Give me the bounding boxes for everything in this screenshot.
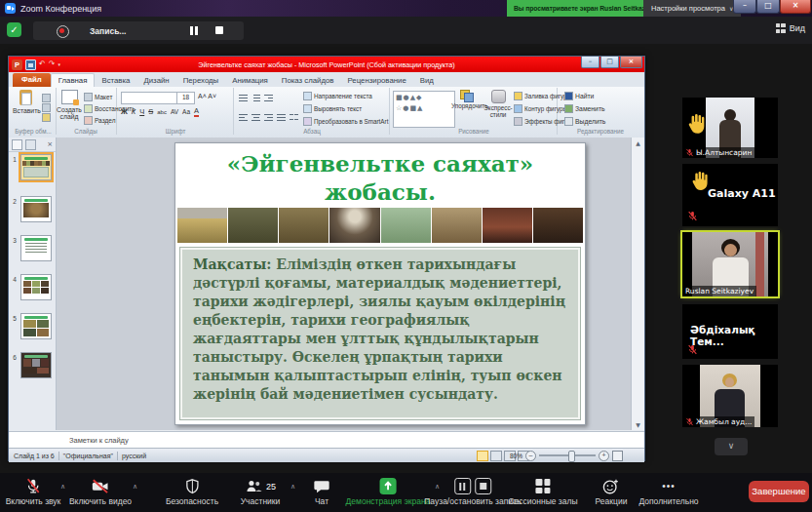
scroll-down-icon[interactable]: ▼ [636,421,640,428]
notes-pane[interactable]: Заметки к слайду [9,431,644,448]
font-name-combobox[interactable] [121,92,177,104]
qat-dropdown-icon[interactable]: ▾ [58,59,60,69]
pause-recording-icon[interactable] [189,26,199,35]
layout-button[interactable]: Макет [84,93,112,101]
find-button[interactable]: Найти [564,92,594,100]
security-button[interactable]: Безопасность [166,477,218,506]
tab-transitions[interactable]: Переходы [176,74,226,87]
pause-stop-recording-button[interactable]: Пауза/остановить запись [424,477,522,506]
participants-options-chevron[interactable]: ∧ [290,483,295,491]
save-icon[interactable] [25,59,36,70]
quick-styles-button[interactable]: Экспресс-стили [483,90,514,118]
select-button[interactable]: Выделить [564,117,605,126]
cut-icon[interactable] [42,94,51,102]
ppt-close-button[interactable]: × [620,57,642,68]
audio-options-chevron[interactable]: ∧ [60,483,65,491]
zoom-slider[interactable] [539,454,596,456]
bold-button[interactable]: Ж [121,107,128,117]
minimize-button[interactable]: – [733,0,756,14]
columns-icon [290,113,298,121]
tab-file[interactable]: Файл [13,73,51,87]
replace-button[interactable]: Заменить [564,104,605,113]
tab-home[interactable]: Главная [51,73,96,87]
ppt-minimize-button[interactable]: – [581,57,599,68]
view-settings-button[interactable]: Настройки просмотра ∨ [643,0,741,17]
video-options-chevron[interactable]: ∧ [133,483,137,491]
participant-tile-2[interactable]: Galaxy A11 [682,164,778,226]
unmute-button[interactable]: Включить звук [6,477,61,506]
participant-tile-1[interactable]: Ы.Алтынсарин [682,98,778,158]
normal-view-icon[interactable] [477,451,488,461]
stop-recording-icon[interactable] [215,26,223,34]
encryption-shield-icon[interactable]: ✓ [7,22,21,37]
align-center-icon [251,113,260,121]
list-buttons[interactable] [239,94,273,101]
align-text-button[interactable]: Выровнять текст [303,104,362,113]
grow-shrink-font[interactable]: A˄ A˅ [198,93,216,99]
participant-tile-3-active-speaker[interactable]: Ruslan Seitkaziyev [682,232,778,296]
alignment-buttons[interactable] [239,113,298,121]
change-case-button[interactable]: Aa [182,107,190,117]
slide-sorter-icon[interactable] [490,451,502,461]
redo-icon[interactable]: ↷ [49,59,56,69]
participant-tile-5[interactable]: Жамбыл ауд... [682,365,778,427]
zoom-in-icon[interactable]: + [599,451,609,461]
section-button[interactable]: Раздел [84,116,115,125]
tab-view[interactable]: Вид [413,74,441,87]
slide-canvas[interactable]: «Эйгенвельтке саяхат» жобасы. [174,142,586,425]
share-screen-button[interactable]: Демонстрация экрана [346,477,431,506]
tab-slideshow[interactable]: Показ слайдов [275,74,341,87]
text-direction-button[interactable]: Направление текста [303,92,372,100]
language-indicator[interactable]: русский [122,453,146,459]
outline-tab-icon[interactable] [25,139,36,150]
italic-button[interactable]: К [132,107,135,117]
fit-to-window-icon[interactable] [612,451,623,461]
format-painter-icon[interactable] [42,113,51,122]
pause-icon[interactable] [454,478,471,494]
group-drawing: ■●▲◆ ☆●■▲ Упорядочить Экспресс-стили Зал… [391,88,558,135]
participants-button[interactable]: 25 Участники [241,477,281,506]
copy-icon[interactable] [42,103,51,112]
char-spacing-button[interactable]: AV [171,107,178,117]
slide-thumbnail-2[interactable]: 2 [9,196,56,222]
chat-button[interactable]: Чат [313,477,330,506]
stop-icon[interactable] [475,478,491,494]
slide-thumbnail-1[interactable]: 1 [9,154,56,180]
zoom-out-icon[interactable]: – [525,451,536,461]
panel-close-icon[interactable]: × [47,140,53,148]
participant-tile-4[interactable]: Әбдіхалық Тем... [682,304,778,359]
view-button[interactable]: Вид [776,23,805,33]
slides-tab-icon[interactable] [12,139,22,150]
shapes-gallery[interactable]: ■●▲◆ ☆●■▲ [393,91,455,128]
close-button[interactable]: × [780,0,811,14]
tab-review[interactable]: Рецензирование [341,74,413,87]
strikethrough-button[interactable]: S [148,107,153,117]
slide-thumbnail-3[interactable]: 3 [9,235,56,261]
paste-button[interactable]: Вставить [13,90,38,114]
tab-design[interactable]: Дизайн [136,74,175,87]
tab-insert[interactable]: Вставка [95,74,136,87]
slide-thumbnail-5[interactable]: 5 [9,313,56,339]
new-slide-button[interactable]: Создать слайд [57,90,82,120]
font-size-combobox[interactable]: 18 [176,92,195,104]
scroll-up-icon[interactable]: ▲ [636,139,640,146]
more-button[interactable]: ••• Дополнительно [638,477,698,506]
maximize-button[interactable]: □ [756,0,780,14]
smartart-button[interactable]: Преобразовать в SmartArt [303,117,388,126]
undo-icon[interactable]: ↶ [39,59,46,69]
start-video-button[interactable]: Включить видео [69,477,132,506]
shadow-button[interactable]: abc [157,107,167,117]
reactions-button[interactable]: Реакции [596,477,628,506]
arrange-button[interactable]: Упорядочить [451,90,483,109]
zoom-slider-thumb[interactable] [568,451,575,462]
ppt-maximize-button[interactable]: □ [600,57,619,68]
more-participants-button[interactable]: ∨ [715,438,748,455]
slide-scrollbar[interactable]: ▲ ▼ [631,138,644,430]
slide-thumbnail-6[interactable]: 6 [9,352,56,378]
slide-thumbnail-4[interactable]: 4 [9,274,56,300]
end-meeting-button[interactable]: Завершение [749,481,809,502]
font-color-button[interactable]: А [194,107,199,117]
underline-button[interactable]: Ч [139,107,144,117]
tab-animations[interactable]: Анимация [225,74,275,87]
breakout-rooms-button[interactable]: Сессионные залы [508,477,577,506]
